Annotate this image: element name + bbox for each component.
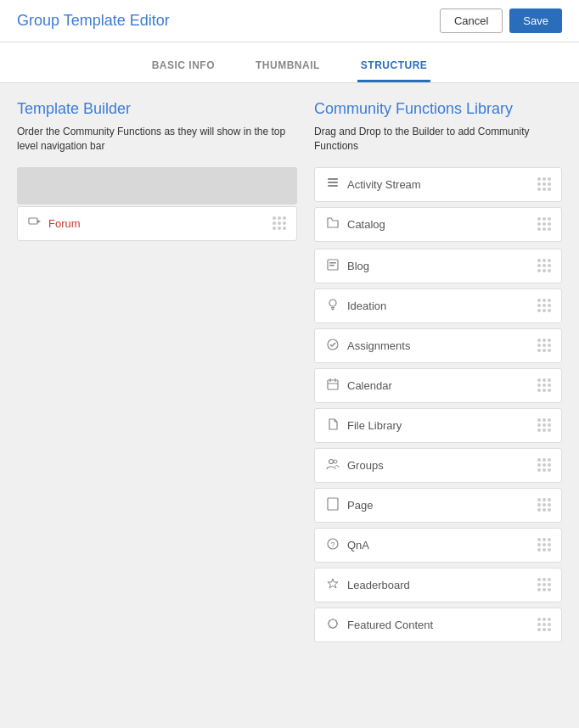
builder-placeholder (17, 167, 297, 204)
leaderboard-icon (325, 577, 340, 593)
header: Group Template Editor Cancel Save (0, 0, 579, 42)
featured-content-label: Featured Content (347, 619, 433, 631)
library-item-file-library[interactable]: File Library (314, 408, 562, 443)
leaderboard-label: Leaderboard (347, 579, 410, 591)
forum-drag-handle[interactable] (273, 216, 286, 230)
page-drag[interactable] (537, 498, 551, 512)
qna-drag[interactable] (537, 538, 551, 552)
cancel-button[interactable]: Cancel (440, 8, 503, 33)
library-item-groups[interactable]: Groups (314, 448, 562, 483)
svg-line-29 (329, 626, 330, 627)
calendar-icon (325, 378, 340, 394)
tab-structure[interactable]: STRUCTURE (357, 53, 431, 82)
svg-rect-9 (331, 307, 334, 309)
ideation-icon (325, 298, 340, 314)
ideation-label: Ideation (347, 300, 386, 312)
tabs-bar: BASIC INFO THUMBNAIL STRUCTURE (0, 42, 579, 83)
assignments-drag[interactable] (537, 339, 551, 352)
svg-point-16 (329, 459, 334, 463)
library-item-ideation[interactable]: Ideation (314, 288, 562, 323)
file-library-label: File Library (347, 419, 402, 432)
activity-stream-label: Activity Stream (347, 178, 421, 191)
template-builder-title: Template Builder (17, 100, 297, 118)
library-top-group: Activity Stream Catalog (314, 167, 562, 242)
svg-rect-7 (329, 265, 334, 266)
forum-icon (28, 216, 42, 232)
file-library-icon (325, 417, 340, 434)
template-builder-subtitle: Order the Community Functions as they wi… (17, 125, 297, 154)
groups-drag[interactable] (537, 458, 551, 472)
blog-label: Blog (347, 260, 369, 272)
svg-line-28 (336, 619, 337, 620)
library-items-group: Blog Id (314, 249, 562, 642)
qna-icon: ? (325, 537, 340, 553)
library-item-blog[interactable]: Blog (314, 249, 562, 283)
builder-item-forum-left: Forum (28, 216, 81, 232)
calendar-drag[interactable] (537, 378, 551, 392)
catalog-label: Catalog (347, 218, 385, 231)
page-title: Group Template Editor (17, 12, 170, 30)
catalog-icon (325, 216, 340, 232)
svg-line-27 (336, 626, 337, 627)
groups-icon (325, 457, 340, 473)
calendar-label: Calendar (347, 379, 392, 392)
library-item-catalog[interactable]: Catalog (314, 207, 562, 242)
assignments-icon (325, 338, 340, 354)
svg-text:?: ? (331, 540, 335, 549)
library: Community Functions Library Drag and Dro… (314, 100, 562, 711)
groups-label: Groups (347, 459, 384, 472)
ideation-drag[interactable] (537, 299, 551, 312)
svg-point-8 (329, 300, 336, 306)
svg-rect-6 (329, 262, 336, 264)
library-title: Community Functions Library (314, 100, 562, 118)
leaderboard-drag[interactable] (537, 578, 551, 591)
library-item-page[interactable]: Page (314, 488, 562, 523)
svg-rect-4 (328, 185, 338, 187)
svg-point-17 (334, 460, 337, 463)
qna-label: QnA (347, 539, 369, 552)
library-item-qna[interactable]: ? QnA (314, 528, 562, 563)
assignments-label: Assignments (347, 339, 410, 352)
tab-basic-info[interactable]: BASIC INFO (149, 53, 218, 82)
main-content: Template Builder Order the Community Fun… (0, 83, 579, 728)
library-item-leaderboard[interactable]: Leaderboard (314, 568, 562, 602)
activity-stream-icon (325, 176, 340, 193)
tab-thumbnail[interactable]: THUMBNAIL (252, 53, 323, 82)
svg-rect-2 (328, 178, 338, 180)
blog-icon (325, 258, 340, 274)
catalog-drag[interactable] (537, 217, 551, 231)
file-library-drag[interactable] (537, 418, 551, 432)
library-item-featured-content[interactable]: Featured Content (314, 608, 562, 642)
svg-rect-3 (328, 182, 338, 183)
header-actions: Cancel Save (440, 8, 562, 33)
svg-rect-0 (29, 218, 37, 224)
page-label: Page (347, 499, 373, 512)
svg-rect-12 (328, 380, 338, 389)
svg-marker-1 (37, 220, 41, 223)
builder-item-forum[interactable]: Forum (17, 206, 297, 241)
library-item-activity-stream[interactable]: Activity Stream (314, 167, 562, 202)
library-item-assignments[interactable]: Assignments (314, 328, 562, 363)
svg-rect-10 (332, 309, 334, 310)
featured-content-drag[interactable] (537, 618, 551, 631)
blog-drag[interactable] (537, 259, 551, 272)
activity-stream-drag[interactable] (537, 177, 551, 191)
save-button[interactable]: Save (509, 8, 562, 33)
library-subtitle: Drag and Drop to the Builder to add Comm… (314, 125, 562, 154)
svg-rect-18 (328, 498, 338, 510)
page-icon (325, 497, 340, 513)
template-builder: Template Builder Order the Community Fun… (17, 100, 297, 711)
featured-content-icon (325, 617, 340, 633)
forum-label: Forum (48, 217, 81, 230)
svg-line-26 (329, 619, 330, 620)
library-item-calendar[interactable]: Calendar (314, 368, 562, 403)
